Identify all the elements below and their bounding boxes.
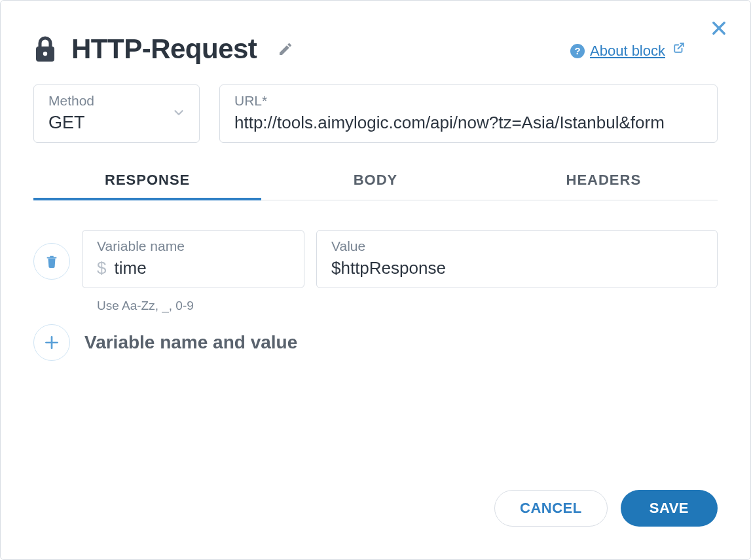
delete-variable-button[interactable]	[33, 243, 70, 280]
variable-name-label: Variable name	[97, 238, 289, 254]
tabs: RESPONSE BODY HEADERS	[33, 162, 718, 200]
tab-headers[interactable]: HEADERS	[490, 162, 718, 200]
method-url-row: Method GET URL*	[33, 84, 718, 143]
trash-icon	[45, 253, 59, 269]
url-label: URL*	[234, 93, 703, 109]
add-variable-row[interactable]: Variable name and value	[33, 324, 718, 361]
variable-name-field[interactable]: Variable name $ Use Aa-Zz, _, 0-9	[82, 230, 304, 288]
add-variable-button[interactable]	[33, 324, 70, 361]
add-variable-label: Variable name and value	[84, 332, 297, 353]
svg-line-6	[678, 43, 684, 48]
tab-response[interactable]: RESPONSE	[33, 162, 261, 200]
response-panel: Variable name $ Use Aa-Zz, _, 0-9 Value …	[33, 230, 718, 470]
plus-icon	[43, 334, 60, 351]
variable-value-label: Value	[331, 238, 703, 254]
lock-icon	[33, 36, 57, 62]
method-select[interactable]: Method GET	[33, 84, 200, 143]
about-block-link[interactable]: ? About block	[570, 42, 685, 60]
method-value: GET	[48, 113, 185, 133]
tab-body[interactable]: BODY	[261, 162, 489, 200]
variable-value-field[interactable]: Value	[316, 230, 718, 288]
svg-text:?: ?	[574, 45, 580, 56]
help-icon: ?	[570, 44, 585, 58]
close-icon	[710, 19, 728, 37]
http-request-modal: HTTP-Request ? About block	[0, 0, 751, 560]
pencil-icon	[278, 41, 293, 57]
variable-row: Variable name $ Use Aa-Zz, _, 0-9 Value	[33, 230, 718, 288]
edit-title-button[interactable]	[278, 41, 293, 57]
variable-name-input[interactable]	[114, 258, 289, 278]
title-group: HTTP-Request	[33, 33, 293, 65]
svg-point-3	[43, 52, 47, 56]
external-link-icon	[673, 42, 685, 54]
save-button[interactable]: SAVE	[621, 490, 718, 527]
method-label: Method	[48, 93, 185, 109]
modal-footer: CANCEL SAVE	[33, 470, 718, 527]
url-field[interactable]: URL*	[219, 84, 718, 143]
dollar-icon: $	[97, 258, 106, 278]
variable-name-hint: Use Aa-Zz, _, 0-9	[97, 299, 194, 313]
close-button[interactable]	[710, 19, 728, 40]
variable-value-input[interactable]	[331, 258, 703, 278]
page-title: HTTP-Request	[71, 33, 257, 65]
about-block-text[interactable]: About block	[590, 43, 665, 60]
chevron-down-icon	[172, 105, 186, 122]
cancel-button[interactable]: CANCEL	[494, 490, 608, 527]
url-input[interactable]	[234, 113, 703, 133]
modal-header: HTTP-Request ? About block	[33, 33, 718, 65]
